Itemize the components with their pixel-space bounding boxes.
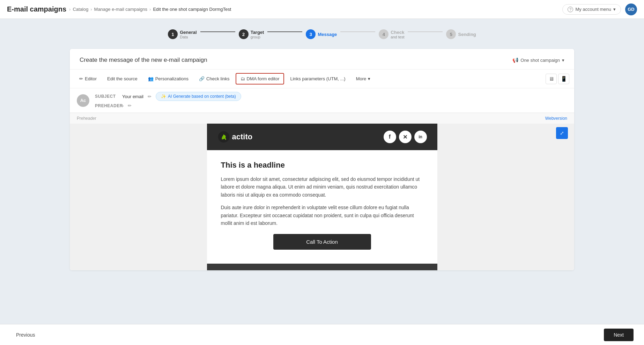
step-line-4 xyxy=(408,31,443,32)
ai-icon: ✨ xyxy=(161,94,166,99)
wizard-step-2: 2 Target group xyxy=(239,29,264,39)
preview-header-bar: Preheader Webversion xyxy=(70,113,574,124)
preheader-edit-button[interactable]: ✏ xyxy=(126,102,133,109)
preview-scroll-container: ⤢ acti xyxy=(70,124,574,270)
subject-row: Ac SUBJECT Your email ✏ ✨ AI Generate ba… xyxy=(70,88,574,113)
more-label: More xyxy=(356,76,367,81)
ai-generate-button[interactable]: ✨ AI Generate based on content (beta) xyxy=(156,92,241,101)
email-footer-section: This is a headline xyxy=(207,264,437,270)
editor-button[interactable]: ✏ Editor xyxy=(75,73,101,84)
next-button[interactable]: Next xyxy=(604,329,634,341)
step-label-1: General Data xyxy=(180,30,197,39)
one-shot-campaign-button[interactable]: 📢 One shot campaign ▾ xyxy=(512,57,564,63)
linkedin-icon[interactable]: in xyxy=(414,131,427,143)
chevron-down-icon-oneshot: ▾ xyxy=(562,58,564,63)
check-links-button[interactable]: 🔗 Check links xyxy=(194,73,234,84)
desktop-icon: 🖥 xyxy=(549,76,554,82)
campaign-box-title: Create the message of the new e-mail cam… xyxy=(80,57,207,64)
preheader-label: PREHEADER xyxy=(95,103,119,108)
breadcrumb: › Catalog › Manage e-mail campaigns › Ed… xyxy=(69,7,231,12)
preheader-text: Preheader xyxy=(77,116,96,121)
editor-label: Editor xyxy=(85,76,97,81)
previous-button[interactable]: Previous xyxy=(10,329,40,340)
ai-btn-label: AI Generate based on content (beta) xyxy=(168,94,236,99)
expand-icon: ⤢ xyxy=(560,130,564,136)
actito-logo-icon xyxy=(217,131,230,143)
users-icon: 👥 xyxy=(148,76,154,81)
toolbar: ✏ Editor Edit the source 👥 Personalizati… xyxy=(70,69,574,88)
step-line-3 xyxy=(340,31,375,32)
subject-label: SUBJECT xyxy=(95,94,119,99)
mobile-icon: 📱 xyxy=(561,76,567,82)
cta-button[interactable]: Call To Action xyxy=(273,234,371,250)
desktop-view-button[interactable]: 🖥 xyxy=(546,74,557,84)
form-icon: 🗂 xyxy=(240,76,245,81)
email-preview-wrapper: Preheader Webversion ⤢ xyxy=(70,113,574,270)
wizard-step-1: 1 General Data xyxy=(168,29,197,39)
link-icon: 🔗 xyxy=(199,76,205,81)
chevron-down-more: ▾ xyxy=(368,76,370,81)
facebook-icon[interactable]: f xyxy=(384,131,396,143)
megaphone-icon: 📢 xyxy=(512,57,518,63)
dma-form-label: DMA form editor xyxy=(247,76,280,81)
links-params-label: Links parameters (UTM, ...) xyxy=(290,76,345,81)
bottom-nav: Previous Next xyxy=(0,324,644,345)
wizard-step-3: 3 Message xyxy=(306,29,337,39)
chevron-down-icon: ▾ xyxy=(613,7,616,12)
step-label-3: Message xyxy=(318,32,337,37)
subject-fields: SUBJECT Your email ✏ ✨ AI Generate based… xyxy=(95,92,567,109)
wizard-step-4: 4 Check and test xyxy=(379,29,404,39)
campaign-box-header: Create the message of the new e-mail cam… xyxy=(70,49,574,69)
social-icons: f ✕ in xyxy=(384,131,427,143)
breadcrumb-manage[interactable]: Manage e-mail campaigns xyxy=(94,7,147,12)
app-title: E-mail campaigns xyxy=(7,5,66,13)
preheader-line: PREHEADER - ✏ xyxy=(95,102,567,109)
account-menu-button[interactable]: ? My account menu ▾ xyxy=(562,4,621,15)
one-shot-label: One shot campaign xyxy=(520,58,560,63)
step-circle-2: 2 xyxy=(239,29,249,39)
personalizations-label: Personalizations xyxy=(155,76,188,81)
step-label-4: Check and test xyxy=(391,30,404,39)
expand-button[interactable]: ⤢ xyxy=(556,127,568,139)
subject-edit-button[interactable]: ✏ xyxy=(146,93,153,100)
breadcrumb-current: Edit the one shot campaign DormgTest xyxy=(153,7,231,12)
breadcrumb-catalog[interactable]: Catalog xyxy=(73,7,88,12)
view-toggle: 🖥 📱 xyxy=(546,74,569,84)
pencil-icon: ✏ xyxy=(79,76,83,81)
links-params-button[interactable]: Links parameters (UTM, ...) xyxy=(286,73,350,84)
header-left: E-mail campaigns › Catalog › Manage e-ma… xyxy=(7,5,231,13)
step-circle-4: 4 xyxy=(379,29,388,39)
personalizations-button[interactable]: 👥 Personalizations xyxy=(143,73,193,84)
dma-form-editor-button[interactable]: 🗂 DMA form editor xyxy=(236,73,284,85)
preheader-value: - xyxy=(122,103,124,108)
email-paragraph-2: Duis aute irure dolor in reprehenderit i… xyxy=(221,204,423,227)
step-line-1 xyxy=(200,31,235,32)
subject-value: Your email xyxy=(122,94,143,99)
top-header: E-mail campaigns › Catalog › Manage e-ma… xyxy=(0,0,644,19)
webversion-link[interactable]: Webversion xyxy=(545,116,567,121)
email-headline: This is a headline xyxy=(221,161,423,170)
avatar: GD xyxy=(625,3,637,15)
account-menu-label: My account menu xyxy=(575,7,611,12)
email-content-section: This is a headline Lorem ipsum dolor sit… xyxy=(207,150,437,264)
edit-source-button[interactable]: Edit the source xyxy=(103,73,142,84)
step-circle-5: 5 xyxy=(446,29,456,39)
logo-text: actito xyxy=(232,132,253,141)
step-label-2: Target group xyxy=(251,30,264,39)
check-links-label: Check links xyxy=(206,76,229,81)
main-content: 1 General Data 2 Target group 3 Message … xyxy=(0,19,644,298)
question-icon: ? xyxy=(568,7,573,12)
step-circle-1: 1 xyxy=(168,29,178,39)
email-paragraph-1: Lorem ipsum dolor sit amet, consectetur … xyxy=(221,175,423,199)
actito-logo: actito xyxy=(217,131,253,143)
twitter-x-icon[interactable]: ✕ xyxy=(399,131,412,143)
step-line-2 xyxy=(267,31,302,32)
email-header-section: actito f ✕ in xyxy=(207,124,437,150)
email-preview-scroll[interactable]: actito f ✕ in This is a headline Lorem i xyxy=(70,124,574,270)
mobile-view-button[interactable]: 📱 xyxy=(558,74,569,84)
email-body: actito f ✕ in This is a headline Lorem i xyxy=(207,124,437,270)
wizard: 1 General Data 2 Target group 3 Message … xyxy=(70,29,574,39)
header-right: ? My account menu ▾ GD xyxy=(562,3,637,15)
step-circle-3: 3 xyxy=(306,29,316,39)
more-button[interactable]: More ▾ xyxy=(351,73,375,84)
